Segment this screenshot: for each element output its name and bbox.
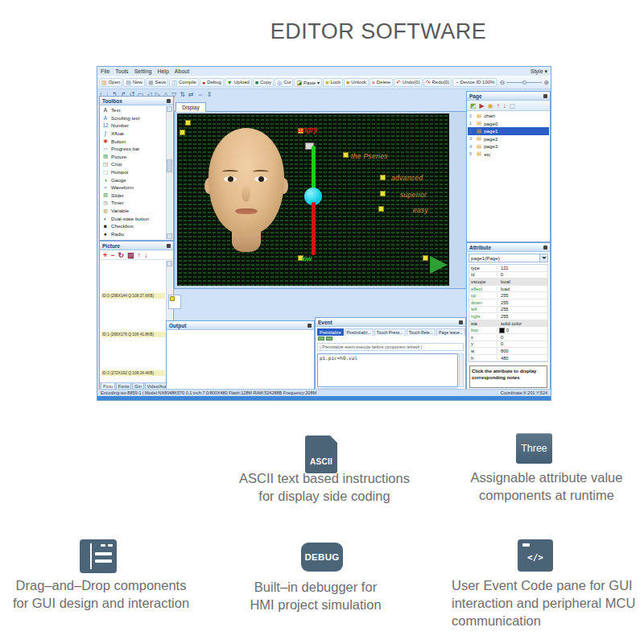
toolbox-item[interactable]: ◐ Dual-state button: [101, 214, 166, 222]
attribute-value[interactable]: 800: [497, 349, 547, 353]
attribute-row[interactable]: vscope local: [469, 279, 547, 286]
attribute-value[interactable]: 255: [497, 314, 547, 319]
attribute-value[interactable]: 0: [497, 335, 547, 340]
page-list-item[interactable]: 2 ▤ page1: [468, 127, 549, 135]
toolbar-button[interactable]: ↶ Undo(0): [394, 78, 423, 87]
panel-pin-icon[interactable]: [167, 244, 171, 248]
attribute-row[interactable]: up 255: [469, 292, 547, 299]
attribute-row[interactable]: down 255: [469, 299, 547, 307]
toolbar-button[interactable]: ↷ Redo(0): [423, 78, 452, 87]
toolbar-button[interactable]: ▼ Upload: [225, 78, 252, 87]
attribute-value[interactable]: 121: [497, 266, 547, 270]
toolbox-item[interactable]: ◍ Variable: [101, 207, 166, 215]
panel-pin-icon[interactable]: [167, 99, 171, 103]
attribute-row[interactable]: id 0: [469, 272, 547, 279]
toolbar-button[interactable]: ◎ Cut: [275, 78, 293, 87]
toolbox-item[interactable]: ▨ Picture: [101, 153, 166, 161]
picture-tool-icon[interactable]: ▨: [127, 251, 134, 259]
event-tab[interactable]: Postinitializ...: [345, 328, 374, 336]
component-thumbnail[interactable]: [168, 295, 181, 309]
canvas-text-easy[interactable]: easy: [413, 206, 428, 214]
zoom-out-icon[interactable]: ⊖: [499, 79, 505, 86]
canvas-text-advanced[interactable]: advanced: [391, 174, 423, 182]
attribute-value[interactable]: load: [497, 287, 547, 291]
page-tool-icon[interactable]: ◉: [488, 102, 493, 109]
toolbar-button[interactable]: ◔ Device ID 100%: [452, 78, 497, 87]
picture-tool-icon[interactable]: −: [110, 251, 114, 259]
component-marker[interactable]: [380, 191, 386, 196]
toolbox-item[interactable]: ▥ Slider: [101, 192, 166, 200]
event-tab[interactable]: Page leave...: [436, 328, 465, 336]
attribute-row[interactable]: effect load: [469, 286, 547, 293]
attribute-object-selector[interactable]: page1(Page): [469, 254, 548, 262]
attribute-value[interactable]: 255: [497, 300, 547, 305]
panel-pin-icon[interactable]: [543, 94, 547, 98]
slider-top-label[interactable]: angry: [298, 126, 318, 134]
toolbar-button[interactable]: ▦ Save: [146, 78, 168, 87]
component-marker[interactable]: [185, 120, 191, 126]
toolbar-button[interactable]: ■ Copy: [253, 78, 274, 87]
toolbox-item[interactable]: ◷ Timer: [101, 199, 166, 207]
align-tool-icon[interactable]: ⇄: [188, 91, 194, 98]
attribute-value[interactable]: local: [497, 279, 547, 284]
tab-display[interactable]: Display: [175, 102, 206, 112]
code-vertical-scrollbar[interactable]: [459, 353, 464, 387]
design-canvas[interactable]: angry low the Pseries advanced superior …: [177, 114, 449, 286]
attribute-row[interactable]: right 255: [469, 313, 547, 320]
toolbar-button[interactable]: ■ Lock: [323, 78, 343, 87]
attribute-row[interactable]: bco 0: [469, 327, 547, 334]
slider-track-upper[interactable]: [312, 146, 316, 192]
attribute-value[interactable]: 0: [497, 341, 547, 346]
toolbox-scrollbar[interactable]: [166, 106, 172, 239]
attribute-row[interactable]: y 0: [469, 341, 547, 349]
event-tab[interactable]: Touch Press...: [374, 328, 406, 336]
zoom-slider-knob[interactable]: [522, 80, 526, 85]
picture-list-item[interactable]: ID:0 (296X144 Q:108 27.6KB): [101, 293, 165, 299]
code-tool-icon[interactable]: [326, 336, 332, 341]
page-tool-icon[interactable]: ▢: [510, 102, 516, 109]
toolbox-item[interactable]: 12 Number: [101, 122, 166, 130]
toolbar-button[interactable]: ◪ Paste ▾: [294, 78, 322, 87]
attribute-value[interactable]: 255: [497, 307, 547, 312]
attribute-row[interactable]: left 255: [469, 307, 547, 314]
align-tool-icon[interactable]: ⇕: [207, 91, 213, 98]
zoom-slider[interactable]: [506, 82, 542, 83]
panel-pin-icon[interactable]: [459, 320, 463, 324]
menu-item[interactable]: File: [101, 68, 109, 74]
toolbar-button[interactable]: ▨ Open: [99, 78, 122, 87]
picture-tool-icon[interactable]: ↑: [138, 251, 142, 259]
page-list-item[interactable]: 4 ▤ page3: [468, 142, 549, 151]
toolbox-item[interactable]: ● Radio: [101, 230, 166, 238]
page-list-item[interactable]: 3 ▤ page2: [468, 135, 549, 143]
toolbox-item[interactable]: A Scrolling text: [101, 114, 166, 122]
zoom-in-icon[interactable]: ⊕: [543, 79, 549, 86]
attribute-value[interactable]: 0: [497, 272, 547, 277]
page-tool-icon[interactable]: ◩: [470, 102, 477, 109]
attribute-row[interactable]: h 480: [469, 355, 547, 362]
menu-item[interactable]: Setting: [134, 68, 152, 74]
picture-tool-icon[interactable]: ↻: [118, 251, 125, 259]
toolbox-item[interactable]: ▢ Hotspot: [101, 168, 166, 176]
page-list-item[interactable]: 1 ▤ page0: [468, 120, 549, 128]
toolbar-button[interactable]: ◫ Compile: [169, 78, 199, 87]
toolbox-item[interactable]: ◑ Gauge: [101, 175, 166, 184]
page-list-item[interactable]: 0 ▤ chart: [468, 112, 549, 120]
toolbar-button[interactable]: ● Debug: [200, 78, 224, 87]
style-menu[interactable]: Style ▾: [530, 68, 547, 75]
component-marker[interactable]: [180, 130, 185, 135]
attribute-row[interactable]: x 0: [469, 334, 547, 341]
component-marker[interactable]: [378, 206, 384, 212]
scroll-down-icon[interactable]: [167, 233, 172, 239]
slider-track-lower[interactable]: [312, 202, 316, 255]
menu-item[interactable]: Tools: [115, 68, 128, 74]
attribute-value[interactable]: 0: [497, 328, 547, 333]
attribute-value[interactable]: 255: [497, 293, 547, 298]
event-tab[interactable]: Touch Rele...: [407, 328, 436, 336]
menu-item[interactable]: Help: [157, 68, 168, 74]
align-tool-icon[interactable]: ⇅: [180, 91, 185, 98]
face-picture-component[interactable]: [206, 128, 287, 261]
play-triangle-component[interactable]: [430, 256, 448, 274]
scroll-thumb[interactable]: [167, 159, 172, 172]
attribute-value[interactable]: 480: [497, 356, 547, 361]
component-marker[interactable]: [380, 175, 386, 180]
